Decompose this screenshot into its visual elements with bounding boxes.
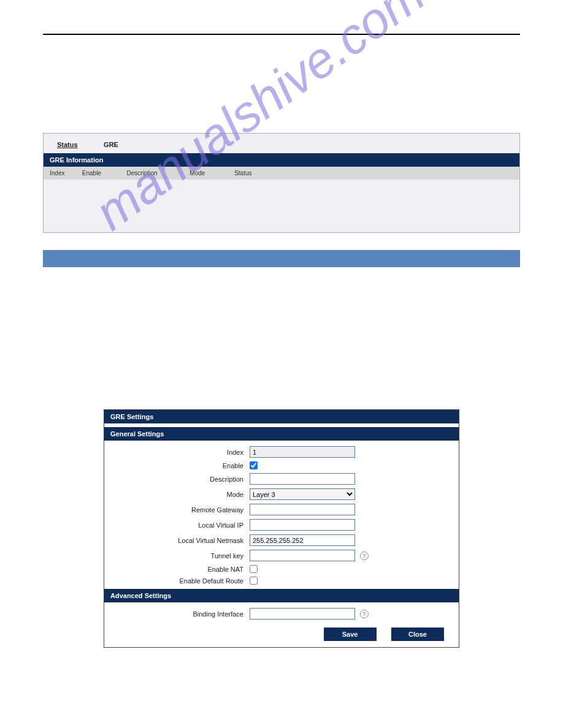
gre-settings-panel: GRE Settings General Settings Index Enab… <box>104 409 459 648</box>
page-divider <box>43 34 520 35</box>
gre-info-body <box>44 180 519 232</box>
input-binding-interface[interactable] <box>250 608 355 620</box>
help-icon[interactable]: ? <box>360 610 369 618</box>
select-mode[interactable]: Layer 3 <box>250 488 355 500</box>
label-enable-nat: Enable NAT <box>104 566 250 573</box>
input-index <box>250 446 355 458</box>
tab-gre[interactable]: GRE <box>104 141 118 148</box>
label-enable: Enable <box>104 462 250 469</box>
help-icon[interactable]: ? <box>360 552 369 560</box>
gre-info-panel: Status GRE GRE Information Index Enable … <box>43 133 520 233</box>
col-enable: Enable <box>82 170 125 176</box>
gre-settings-header: GRE Settings <box>104 410 459 423</box>
input-local-virtual-ip[interactable] <box>250 519 355 531</box>
col-index: Index <box>50 170 80 176</box>
input-description[interactable] <box>250 473 355 485</box>
label-tunnel-key: Tunnel key <box>104 552 250 559</box>
label-enable-default-route: Enable Default Route <box>104 577 250 585</box>
button-row: Save Close <box>104 623 459 647</box>
col-description: Description <box>127 170 188 176</box>
checkbox-enable[interactable] <box>250 461 258 469</box>
label-description: Description <box>104 476 250 483</box>
tab-bar: Status GRE <box>44 134 519 153</box>
label-local-virtual-ip: Local Virtual IP <box>104 521 250 529</box>
blue-separator <box>43 250 520 267</box>
input-local-virtual-netmask[interactable] <box>250 534 355 546</box>
label-remote-gateway: Remote Gateway <box>104 506 250 514</box>
checkbox-enable-default-route[interactable] <box>250 577 258 585</box>
tab-status[interactable]: Status <box>57 141 78 148</box>
label-binding-interface: Binding Interface <box>104 610 250 618</box>
gre-info-header: GRE Information <box>44 153 519 167</box>
general-settings-header: General Settings <box>104 427 459 441</box>
label-local-virtual-netmask: Local Virtual Netmask <box>104 537 250 544</box>
close-button[interactable]: Close <box>391 628 444 641</box>
col-status: Status <box>234 170 251 176</box>
input-remote-gateway[interactable] <box>250 504 355 515</box>
save-button[interactable]: Save <box>324 628 377 641</box>
input-tunnel-key[interactable] <box>250 550 355 561</box>
checkbox-enable-nat[interactable] <box>250 565 258 573</box>
advanced-settings-header: Advanced Settings <box>104 589 459 602</box>
col-mode: Mode <box>190 170 232 176</box>
label-mode: Mode <box>104 491 250 498</box>
gre-info-columns: Index Enable Description Mode Status <box>44 167 519 180</box>
label-index: Index <box>104 449 250 456</box>
